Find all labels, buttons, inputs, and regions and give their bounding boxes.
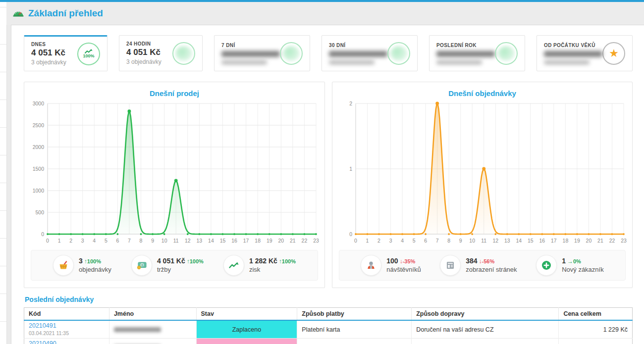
order-date: 03.04.2021 11:35 <box>29 330 69 336</box>
svg-text:15: 15 <box>220 238 226 244</box>
svg-text:20: 20 <box>278 238 284 244</box>
column-header-cena-celkem: Cena celkem <box>559 308 633 321</box>
column-header-kod: Kód <box>24 308 109 321</box>
order-shipping-cell: Výdejní místo Zásilkovny <box>412 339 559 344</box>
card-value: 4 051 Kč <box>126 48 161 57</box>
order-total-cell: 1 229 Kč <box>559 320 633 339</box>
svg-text:22: 22 <box>302 238 308 244</box>
svg-text:6: 6 <box>116 238 119 244</box>
stat-zisk: 1 282 Kč↑100% zisk <box>223 255 296 276</box>
summary-card-30-dni[interactable]: 30 DNÍ <box>322 35 418 71</box>
svg-text:1: 1 <box>366 238 369 244</box>
svg-text:18: 18 <box>255 238 261 244</box>
card-label: 30 DNÍ <box>329 43 387 48</box>
svg-text:13: 13 <box>197 238 203 244</box>
order-code-link[interactable]: 20210490 <box>29 340 105 344</box>
card-label: DNES <box>31 42 66 47</box>
svg-text:20: 20 <box>586 238 592 244</box>
stat-novy-zakaznik: 1→0% Nový zákazník <box>536 255 604 276</box>
card-value: 4 051 Kč <box>31 48 66 58</box>
order-name-cell <box>109 320 196 339</box>
stat-label: Nový zákazník <box>562 266 604 274</box>
svg-text:2: 2 <box>377 238 380 244</box>
order-code-cell: 20210490 03.04.2021 07:23 <box>24 339 109 344</box>
svg-text:3: 3 <box>389 238 392 244</box>
svg-text:21: 21 <box>290 238 296 244</box>
blurred-badge <box>495 42 518 65</box>
svg-text:13: 13 <box>504 238 510 244</box>
order-name-cell <box>109 339 196 344</box>
summary-card-24-hodin[interactable]: 24 HODIN 4 051 Kč 3 objednávky <box>119 35 203 71</box>
redacted-value <box>544 51 602 57</box>
order-total-cell: 264 Kč <box>559 339 633 344</box>
summary-card-od-pocatku-veku[interactable]: OD POČÁTKU VĚKŮ ★ <box>537 35 633 71</box>
card-info: 7 DNÍ <box>221 43 280 64</box>
svg-text:10: 10 <box>161 238 167 244</box>
svg-text:2500: 2500 <box>33 122 45 128</box>
order-shipping-cell: Doručení na vaší adresu CZ <box>412 320 559 339</box>
column-header-zpusob-platby: Způsob platby <box>297 308 412 321</box>
stat-objednavky: 3↑100% objednávky <box>53 255 111 276</box>
stat-delta: →0% <box>567 258 581 264</box>
summary-card-7-dni[interactable]: 7 DNÍ <box>214 35 310 71</box>
column-header-zpusob-dopravy: Způsob dopravy <box>412 308 559 321</box>
svg-text:22: 22 <box>609 238 615 244</box>
orders-section-title: Poslední objednávky <box>25 295 633 303</box>
collapsed-sidebar <box>0 2 7 344</box>
svg-text:0: 0 <box>41 231 44 237</box>
visitor-icon <box>361 255 381 276</box>
stat-delta: ↑100% <box>187 258 204 264</box>
orders-chart-title: Dnešní objednávky <box>337 89 628 98</box>
card-info: DNES 4 051 Kč 3 objednávky <box>31 42 66 65</box>
redacted-value <box>436 51 495 57</box>
order-status-badge: Zaplaceno <box>196 320 297 339</box>
order-code-link[interactable]: 20210491 <box>29 322 105 330</box>
svg-text:16: 16 <box>539 238 545 244</box>
stat-trzby: 0 4 051 Kč↑100% tržby <box>131 255 204 276</box>
svg-text:12: 12 <box>185 238 191 244</box>
sales-chart-panel: Dnešní prodej 05001000150020002500300001… <box>24 82 325 288</box>
stat-label: tržby <box>157 266 204 274</box>
svg-text:2: 2 <box>69 238 72 244</box>
svg-text:17: 17 <box>551 238 557 244</box>
dashboard-gauge-icon <box>12 8 24 19</box>
stat-value: 100 <box>386 257 398 265</box>
svg-text:0: 0 <box>141 263 143 267</box>
svg-text:9: 9 <box>151 238 154 244</box>
blurred-badge <box>280 42 303 65</box>
orders-chart-panel: Dnešní objednávky 0120123456789101112131… <box>332 82 633 288</box>
orders-chart-footer: 100↓-35% návštěvníků <box>339 250 626 281</box>
svg-text:6: 6 <box>424 238 427 244</box>
summary-card-dnes[interactable]: DNES 4 051 Kč 3 objednávky 100% <box>24 35 107 71</box>
redacted-subtitle <box>329 60 375 64</box>
svg-text:18: 18 <box>563 238 569 244</box>
card-subtitle: 3 objednávky <box>126 58 161 65</box>
svg-text:8: 8 <box>447 238 450 244</box>
svg-text:3: 3 <box>81 238 84 244</box>
orders-section: Poslední objednávky Kód Jméno Stav Způso… <box>24 295 633 344</box>
stat-value: 384 <box>466 257 477 265</box>
stat-delta: ↓-35% <box>400 258 416 264</box>
money-icon: 0 <box>131 255 152 276</box>
column-header-stav: Stav <box>196 308 297 321</box>
svg-text:4: 4 <box>93 238 96 244</box>
redacted-value <box>329 51 387 57</box>
svg-text:2000: 2000 <box>33 144 45 150</box>
svg-text:21: 21 <box>597 238 603 244</box>
redacted-subtitle <box>544 60 590 64</box>
pageviews-icon <box>440 255 461 276</box>
trend-up-icon <box>223 255 244 276</box>
table-row[interactable]: 20210490 03.04.2021 07:23 Přijatá objedn… <box>24 339 633 344</box>
sales-chart: 0500100015002000250030000123456789101112… <box>29 98 320 248</box>
new-customer-icon <box>536 255 557 276</box>
stat-value: 1 282 Kč <box>249 257 277 265</box>
svg-text:14: 14 <box>516 238 522 244</box>
column-header-jmeno: Jméno <box>109 308 196 321</box>
svg-text:9: 9 <box>459 238 462 244</box>
stat-value: 3 <box>79 257 83 265</box>
order-payment-cell: Platební karta <box>297 320 412 339</box>
page-title: Základní přehled <box>28 8 103 19</box>
summary-card-posledni-rok[interactable]: POSLEDNÍ ROK <box>429 35 525 71</box>
table-row[interactable]: 20210491 03.04.2021 11:35 Zaplaceno Plat… <box>24 320 633 339</box>
svg-text:5: 5 <box>105 238 107 244</box>
